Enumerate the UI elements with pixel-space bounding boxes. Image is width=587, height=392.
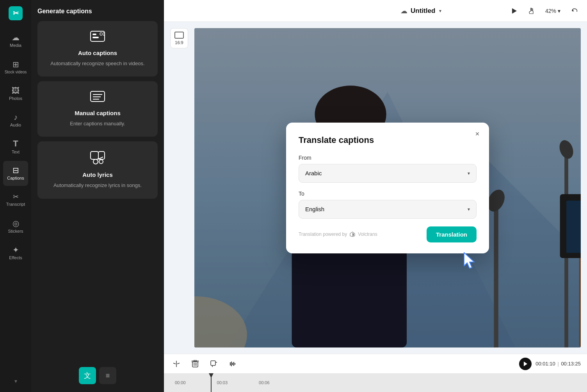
audio-icon: ♪ bbox=[14, 113, 18, 121]
to-language-value: English bbox=[305, 206, 324, 212]
effects-icon: ✦ bbox=[12, 246, 19, 254]
to-label: To bbox=[299, 191, 477, 197]
stickers-icon: ◎ bbox=[12, 219, 19, 227]
title-chevron-icon[interactable]: ▾ bbox=[439, 8, 441, 14]
top-bar-right: 42% ▾ bbox=[508, 5, 581, 17]
trash-icon bbox=[192, 360, 199, 368]
manual-captions-desc: Enter captions manually. bbox=[70, 120, 125, 127]
hand-icon bbox=[528, 7, 535, 14]
modal-footer: Translation powered by Volctrans Transla… bbox=[299, 226, 477, 242]
manual-captions-card[interactable]: Manual captions Enter captions manually. bbox=[37, 81, 158, 137]
translate-tab[interactable]: 文 bbox=[79, 367, 96, 384]
auto-captions-card[interactable]: CC Auto captions Automatically recognize… bbox=[37, 21, 158, 77]
sidebar-item-label: Captions bbox=[7, 176, 24, 180]
preview-btn[interactable] bbox=[508, 5, 520, 17]
from-language-select[interactable]: Arabic ▾ bbox=[299, 164, 477, 183]
translation-button[interactable]: Translation bbox=[427, 226, 477, 242]
sidebar-item-photos[interactable]: 🖼 Photos bbox=[3, 81, 28, 106]
svg-text:✂: ✂ bbox=[13, 9, 19, 17]
auto-captions-icon: CC bbox=[90, 30, 105, 46]
play-icon bbox=[511, 7, 518, 14]
undo-icon bbox=[571, 7, 578, 14]
sidebar-expand-btn[interactable]: ▾ bbox=[11, 375, 20, 387]
current-time: 00:01:10 bbox=[535, 361, 555, 367]
svg-text:CC: CC bbox=[100, 32, 105, 36]
timeline[interactable]: 00:00 00:03 00:06 bbox=[164, 373, 587, 392]
auto-lyrics-card[interactable]: Auto lyrics Automatically recognize lyri… bbox=[37, 141, 158, 198]
svg-rect-17 bbox=[175, 32, 183, 38]
zoom-level: 42% bbox=[545, 8, 556, 14]
timeline-ticks: 00:00 00:03 00:06 bbox=[175, 380, 270, 385]
sidebar-item-text[interactable]: T Text bbox=[3, 134, 28, 159]
tick-2: 00:06 bbox=[259, 380, 270, 385]
auto-lyrics-desc: Automatically recognize lyrics in songs. bbox=[53, 182, 142, 189]
provider-name: Volctrans bbox=[358, 232, 377, 237]
editor-area: ☁ Untitled ▾ 42% ▾ bbox=[164, 0, 587, 392]
zoom-chevron-icon: ▾ bbox=[558, 8, 560, 14]
top-bar: ☁ Untitled ▾ 42% ▾ bbox=[164, 0, 587, 22]
time-divider: | bbox=[557, 361, 560, 367]
sidebar-item-label: Photos bbox=[9, 96, 22, 101]
sidebar-item-label: Effects bbox=[9, 255, 22, 260]
to-chevron-icon: ▾ bbox=[468, 207, 470, 212]
list-tab[interactable]: ≡ bbox=[99, 367, 116, 384]
media-icon: ☁ bbox=[12, 34, 20, 41]
svg-rect-52 bbox=[211, 361, 215, 365]
sidebar-item-effects[interactable]: ✦ Effects bbox=[3, 241, 28, 265]
crop-btn[interactable] bbox=[208, 358, 220, 370]
split-tool-btn[interactable] bbox=[170, 358, 183, 370]
text-icon: T bbox=[13, 139, 18, 148]
svg-marker-42 bbox=[464, 253, 474, 268]
manual-captions-icon bbox=[90, 91, 105, 106]
to-select-wrapper: English ▾ bbox=[299, 200, 477, 219]
powered-by-label: Translation powered by bbox=[299, 232, 347, 237]
bottom-toolbar: 00:01:10 | 00:13:25 bbox=[164, 354, 587, 373]
powered-by-text: Translation powered by Volctrans bbox=[299, 231, 377, 237]
delete-btn[interactable] bbox=[189, 358, 201, 370]
canvas-area: 16:9 bbox=[164, 22, 587, 354]
crop-icon bbox=[210, 360, 218, 368]
app-logo: ✂ bbox=[7, 5, 24, 22]
list-tab-icon: ≡ bbox=[106, 372, 110, 380]
time-display: 00:01:10 | 00:13:25 bbox=[535, 361, 581, 367]
sidebar-item-media[interactable]: ☁ Media bbox=[3, 28, 28, 53]
svg-marker-15 bbox=[512, 8, 517, 14]
stock-videos-icon: ⊞ bbox=[12, 61, 19, 68]
sidebar-item-stickers[interactable]: ◎ Stickers bbox=[3, 214, 28, 239]
manual-captions-title: Manual captions bbox=[75, 110, 121, 116]
from-label: From bbox=[299, 155, 477, 161]
sidebar-item-transcript[interactable]: ✂ Transcript bbox=[3, 187, 28, 212]
tick-1: 00:03 bbox=[217, 380, 228, 385]
play-button[interactable] bbox=[519, 358, 532, 370]
svg-marker-41 bbox=[352, 233, 354, 236]
modal-overlay: × Translate captions From Arabic ▾ To bbox=[194, 28, 581, 347]
sidebar-item-audio[interactable]: ♪ Audio bbox=[3, 108, 28, 133]
title-group: ☁ Untitled ▾ bbox=[339, 7, 503, 15]
to-language-select[interactable]: English ▾ bbox=[299, 200, 477, 219]
photos-icon: 🖼 bbox=[12, 87, 20, 94]
sidebar-item-captions[interactable]: ⊟ Captions bbox=[3, 161, 28, 186]
undo-btn[interactable] bbox=[568, 5, 581, 17]
svg-rect-3 bbox=[92, 34, 96, 35]
cursor-arrow-icon bbox=[461, 251, 477, 271]
auto-captions-title: Auto captions bbox=[78, 50, 117, 56]
svg-point-13 bbox=[99, 160, 103, 164]
modal-close-btn[interactable]: × bbox=[472, 129, 483, 140]
from-chevron-icon: ▾ bbox=[468, 171, 470, 176]
captions-icon: ⊟ bbox=[12, 166, 19, 174]
svg-rect-10 bbox=[91, 151, 98, 159]
hand-tool-btn[interactable] bbox=[525, 5, 537, 17]
panel-bottom-tabs: 文 ≡ bbox=[31, 367, 164, 384]
audio-waves-btn[interactable] bbox=[226, 358, 239, 370]
app-container: ✂ ☁ Media ⊞ Stock videos 🖼 Photos ♪ Audi… bbox=[0, 0, 587, 392]
sidebar-item-stock-videos[interactable]: ⊞ Stock videos bbox=[3, 55, 28, 80]
from-select-wrapper: Arabic ▾ bbox=[299, 164, 477, 183]
svg-rect-11 bbox=[98, 151, 105, 159]
sidebar-item-label: Transcript bbox=[6, 202, 25, 207]
aspect-ratio-selector[interactable]: 16:9 bbox=[170, 28, 188, 48]
zoom-control[interactable]: 42% ▾ bbox=[542, 6, 564, 16]
project-title: Untitled bbox=[411, 7, 435, 15]
total-time: 00:13:25 bbox=[561, 361, 581, 367]
cursor-indicator bbox=[461, 251, 477, 272]
modal-title: Translate captions bbox=[299, 135, 477, 145]
